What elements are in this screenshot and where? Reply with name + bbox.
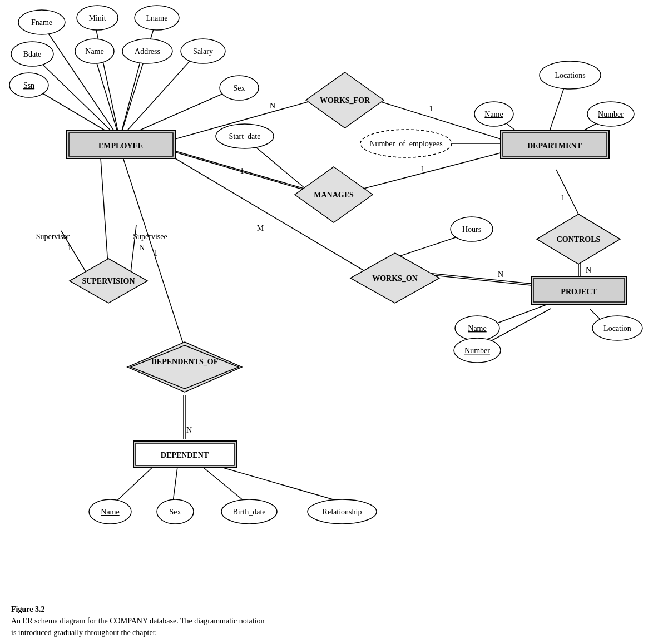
manages-label: MANAGES <box>314 191 354 199</box>
department-label: DEPARTMENT <box>527 142 582 150</box>
caption-line1: An ER schema diagram for the COMPANY dat… <box>11 617 265 625</box>
works-on-label: WORKS_ON <box>372 274 418 283</box>
m-works-on-emp: M <box>257 224 264 232</box>
caption-line2: is introduced gradually throughout the c… <box>11 628 157 637</box>
svg-line-14 <box>153 145 306 189</box>
figure-caption: Figure 3.2 An ER schema diagram for the … <box>11 603 265 638</box>
1-manages-emp: 1 <box>240 167 244 175</box>
n-works-for-emp: N <box>270 102 275 110</box>
er-diagram: text { font-family: 'Times New Roman', T… <box>0 0 668 601</box>
svg-marker-52 <box>127 342 242 392</box>
1-works-for-dept: 1 <box>429 105 433 113</box>
svg-line-15 <box>155 146 308 191</box>
n-controls-proj: N <box>586 266 591 274</box>
locations-attr: Locations <box>555 71 585 80</box>
minit-attr: Minit <box>88 14 106 22</box>
dept-number-attr: Number <box>598 110 624 118</box>
emp-name-attr: Name <box>85 47 103 56</box>
project-label: PROJECT <box>561 288 597 296</box>
supervision-label: SUPERVISION <box>82 277 135 285</box>
supervisor-label: Supervisor <box>36 232 70 241</box>
dependent-label: DEPENDENT <box>161 451 209 459</box>
svg-line-17 <box>556 170 578 214</box>
salary-attr: Salary <box>193 47 213 56</box>
svg-line-30 <box>122 156 184 345</box>
works-for-label: WORKS_FOR <box>320 96 370 105</box>
controls-label: CONTROLS <box>557 235 601 244</box>
1-supervision: 1 <box>68 244 72 252</box>
figure-title: Figure 3.2 <box>11 605 44 613</box>
svg-line-16 <box>362 153 501 189</box>
dep-sex-attr: Sex <box>170 508 181 516</box>
start-date-attr: Start_date <box>229 132 261 141</box>
1-manages-dept: 1 <box>421 165 425 173</box>
birth-date-attr: Birth_date <box>232 508 265 516</box>
n-dependents-of: N <box>186 426 192 434</box>
n-works-on-proj: N <box>498 270 503 279</box>
sex-emp-attr: Sex <box>234 84 245 92</box>
location-attr: Location <box>603 324 631 333</box>
proj-number-attr: Number <box>464 346 490 355</box>
dept-name-attr: Name <box>484 110 503 118</box>
fname-attr: Fname <box>31 18 52 27</box>
svg-line-27 <box>100 150 108 273</box>
n-supervision: N <box>139 244 145 252</box>
bdate-attr: Bdate <box>23 50 42 58</box>
supervisee-label: Supervisee <box>133 232 167 241</box>
dep-name-attr: Name <box>101 508 119 516</box>
lname-attr: Lname <box>146 14 168 22</box>
proj-name-attr: Name <box>468 324 486 333</box>
employee-label: EMPLOYEE <box>98 142 143 150</box>
1-dependents-of: 1 <box>154 249 158 257</box>
ssn-attr: Ssn <box>23 81 34 90</box>
relationship-attr: Relationship <box>323 508 362 516</box>
hours-attr: Hours <box>462 225 481 234</box>
num-employees-attr: Number_of_employees <box>369 140 442 148</box>
dependents-of-label: DEPENDENTS_OF <box>151 358 219 366</box>
svg-line-22 <box>423 274 531 285</box>
1-controls-dept: 1 <box>561 194 565 202</box>
address-attr: Address <box>135 47 160 56</box>
